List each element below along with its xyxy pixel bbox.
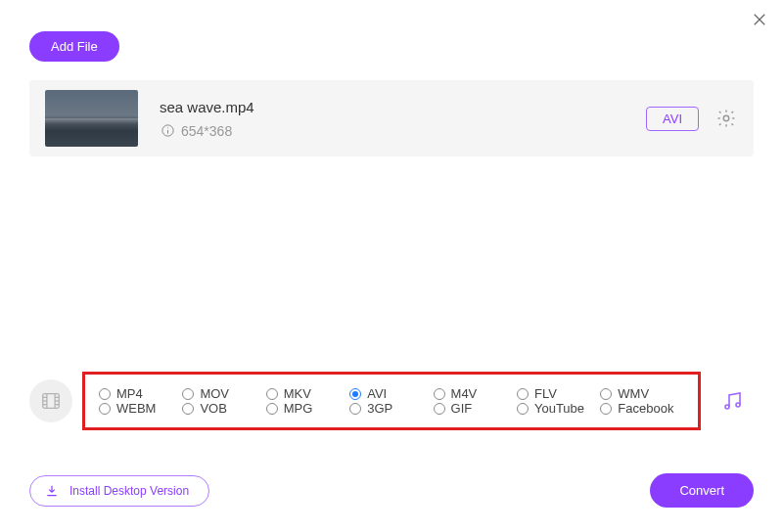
format-option-youtube[interactable]: YouTube (517, 401, 600, 416)
format-option-label: MP4 (116, 386, 143, 401)
format-option-avi[interactable]: AVI (349, 386, 433, 401)
svg-point-5 (723, 115, 729, 121)
format-option-webm[interactable]: WEBM (99, 401, 182, 416)
format-option-label: FLV (534, 386, 557, 401)
format-option-label: AVI (367, 386, 387, 401)
radio-icon (349, 388, 361, 400)
file-resolution-text: 654*368 (181, 123, 232, 139)
radio-icon (434, 403, 445, 415)
format-option-label: MPG (284, 401, 313, 416)
format-row-2: WEBMVOBMPG3GPGIFYouTubeFacebook (99, 401, 684, 416)
radio-icon (600, 388, 612, 400)
radio-icon (434, 388, 445, 400)
radio-icon (266, 403, 278, 415)
settings-button[interactable] (714, 107, 738, 130)
add-file-button[interactable]: Add File (29, 31, 119, 62)
svg-point-15 (725, 405, 729, 409)
video-category[interactable] (29, 379, 72, 422)
format-option-label: 3GP (367, 401, 392, 416)
gear-icon (715, 108, 737, 129)
info-icon (160, 123, 175, 139)
svg-point-16 (736, 403, 740, 407)
format-option-wmv[interactable]: WMV (600, 386, 683, 401)
install-desktop-button[interactable]: Install Desktop Version (29, 475, 209, 507)
format-panel: MP4MOVMKVAVIM4VFLVWMV WEBMVOBMPG3GPGIFYo… (29, 372, 754, 430)
format-option-3gp[interactable]: 3GP (349, 401, 433, 416)
format-option-label: Facebook (618, 401, 673, 416)
svg-point-4 (167, 127, 168, 128)
download-icon (44, 483, 60, 499)
radio-icon (517, 403, 529, 415)
radio-icon (99, 403, 111, 415)
install-desktop-label: Install Desktop Version (69, 484, 189, 498)
format-option-label: M4V (451, 386, 478, 401)
close-button[interactable] (748, 8, 771, 31)
format-option-label: VOB (200, 401, 226, 416)
format-option-label: MKV (284, 386, 311, 401)
format-option-label: WMV (618, 386, 649, 401)
file-thumbnail[interactable] (45, 90, 138, 147)
format-options: MP4MOVMKVAVIM4VFLVWMV WEBMVOBMPG3GPGIFYo… (82, 372, 701, 430)
audio-category[interactable] (711, 379, 754, 422)
file-meta: sea wave.mp4 654*368 (160, 99, 646, 139)
file-name: sea wave.mp4 (160, 99, 646, 115)
format-option-label: YouTube (534, 401, 584, 416)
format-option-facebook[interactable]: Facebook (600, 401, 683, 416)
format-option-mp4[interactable]: MP4 (99, 386, 182, 401)
format-option-vob[interactable]: VOB (182, 401, 265, 416)
format-row-1: MP4MOVMKVAVIM4VFLVWMV (99, 386, 684, 401)
radio-icon (182, 388, 194, 400)
radio-icon (600, 403, 612, 415)
format-option-label: GIF (451, 401, 473, 416)
file-resolution: 654*368 (160, 123, 646, 139)
radio-icon (349, 403, 361, 415)
format-option-label: WEBM (116, 401, 156, 416)
format-option-mkv[interactable]: MKV (266, 386, 349, 401)
convert-button[interactable]: Convert (650, 473, 754, 508)
format-option-gif[interactable]: GIF (434, 401, 517, 416)
close-icon (751, 11, 768, 28)
radio-icon (182, 403, 194, 415)
format-option-m4v[interactable]: M4V (434, 386, 517, 401)
radio-icon (517, 388, 529, 400)
radio-icon (266, 388, 278, 400)
radio-icon (99, 388, 111, 400)
format-option-label: MOV (200, 386, 229, 401)
format-option-mov[interactable]: MOV (182, 386, 265, 401)
file-card: sea wave.mp4 654*368 AVI (29, 80, 754, 156)
format-option-flv[interactable]: FLV (517, 386, 600, 401)
music-icon (720, 389, 744, 413)
film-icon (40, 390, 62, 412)
target-format-badge[interactable]: AVI (646, 107, 699, 131)
format-option-mpg[interactable]: MPG (266, 401, 349, 416)
